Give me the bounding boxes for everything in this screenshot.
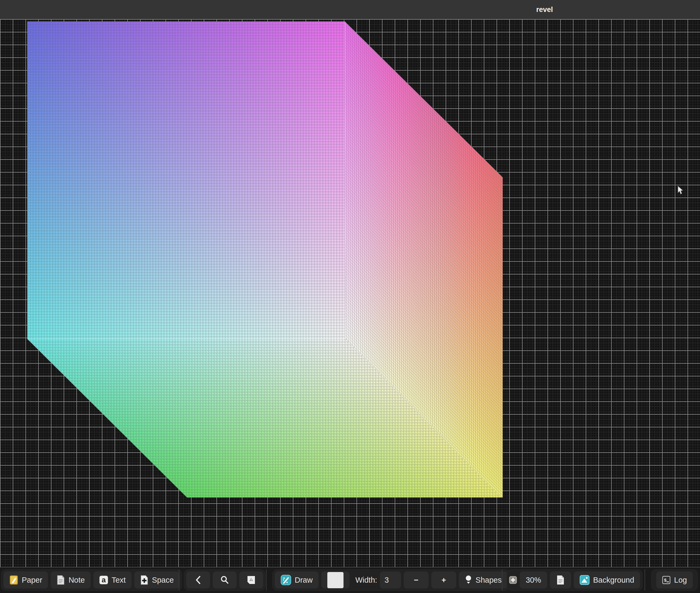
paper-icon: [9, 575, 18, 585]
width-value: 3: [380, 571, 401, 589]
minus-icon: −: [414, 576, 418, 584]
create-tools-group: Paper Note a Text Spa: [1, 569, 182, 591]
toolbar-divider: [502, 569, 502, 591]
draw-label: Draw: [295, 576, 313, 584]
space-icon: [140, 575, 148, 585]
paper-button[interactable]: Paper: [3, 571, 48, 589]
page-icon: [557, 575, 564, 585]
zoom-level-button[interactable]: 30%: [520, 571, 547, 589]
plus-box-icon: [509, 576, 517, 584]
draw-icon: [280, 575, 291, 585]
log-group: $ Log: [651, 569, 698, 591]
text-icon: a: [99, 576, 108, 585]
view-group: 30% Background: [507, 569, 643, 591]
window-title: revel: [515, 0, 574, 19]
search-button[interactable]: [213, 571, 236, 589]
color-swatch-button[interactable]: [321, 571, 350, 589]
navigation-group: [184, 569, 265, 591]
page-button[interactable]: [550, 571, 571, 589]
shape-picker-icon: [465, 575, 472, 585]
chevron-left-icon: [195, 575, 202, 585]
zoom-level-value: 30%: [526, 576, 541, 584]
search-icon: [220, 576, 229, 585]
toolbar-divider: [645, 569, 645, 591]
plus-icon: +: [441, 576, 446, 584]
text-label: Text: [112, 576, 126, 584]
shapes-button[interactable]: Shapes: [459, 571, 508, 589]
note-icon: [56, 575, 65, 585]
width-decrease-button[interactable]: −: [404, 571, 429, 589]
background-image-icon: [579, 575, 589, 585]
background-label: Background: [593, 576, 634, 584]
log-button[interactable]: $ Log: [656, 571, 693, 589]
svg-text:$: $: [664, 578, 666, 583]
toolbar-divider: [266, 569, 267, 591]
space-button[interactable]: Space: [134, 571, 180, 589]
background-button[interactable]: Background: [574, 571, 640, 589]
shapes-label: Shapes: [476, 576, 501, 584]
draw-button[interactable]: Draw: [275, 571, 318, 589]
note-label: Note: [69, 576, 85, 584]
window-titlebar: revel: [0, 0, 700, 19]
width-label: Width:: [352, 576, 377, 585]
toolbar-divider: [179, 569, 179, 591]
space-label: Space: [152, 576, 174, 584]
log-label: Log: [674, 576, 687, 584]
image-placeholder-button[interactable]: [239, 571, 263, 589]
width-increase-button[interactable]: +: [431, 571, 456, 589]
paper-label: Paper: [22, 576, 42, 584]
grid-canvas-background[interactable]: [0, 19, 700, 567]
text-button[interactable]: a Text: [93, 571, 132, 589]
back-button[interactable]: [186, 571, 210, 589]
terminal-icon: $: [662, 576, 670, 584]
add-page-button[interactable]: [509, 576, 517, 584]
draw-tools-group: Draw Width: 3 − + Shapes: [272, 569, 510, 591]
mouse-cursor-icon: [677, 186, 684, 195]
image-placeholder-icon: [247, 576, 256, 584]
note-button[interactable]: Note: [51, 571, 90, 589]
svg-text:a: a: [101, 576, 106, 584]
color-swatch-box: [327, 572, 344, 588]
bottom-toolbar: Paper Note a Text Spa: [0, 567, 700, 593]
